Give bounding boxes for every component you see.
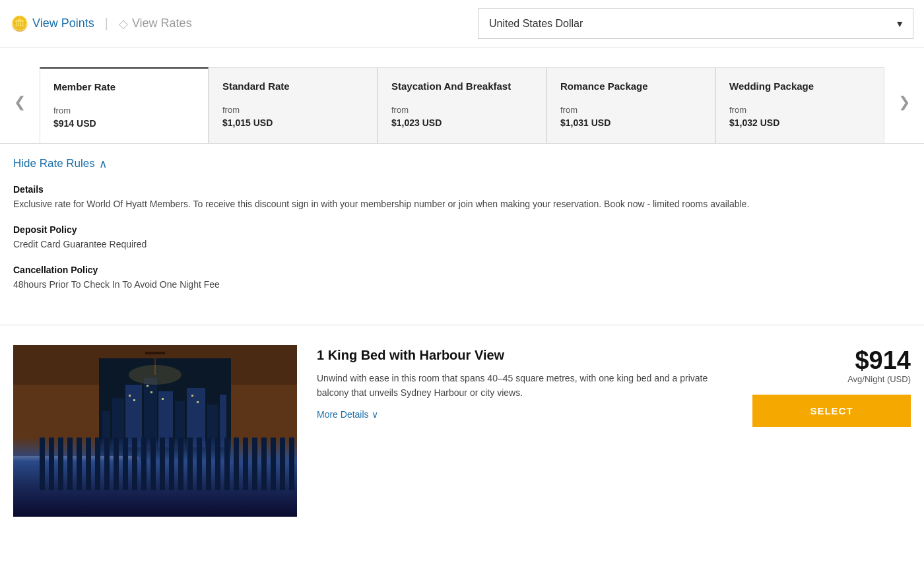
svg-rect-20 (191, 395, 193, 397)
rule-section: Deposit Policy Credit Card Guarantee Req… (13, 224, 911, 251)
rate-tabs: Member Rate from $914 USD Standard Rate … (40, 67, 884, 143)
rate-tabs-container: ❮ Member Rate from $914 USD Standard Rat… (0, 67, 924, 144)
chevron-up-icon: ∧ (99, 157, 107, 171)
rate-tab[interactable]: Romance Package from $1,031 USD (546, 67, 715, 143)
tab-from: from (391, 105, 533, 115)
tab-name: Staycation And Breakfast (391, 80, 533, 93)
tab-name: Member Rate (53, 81, 195, 94)
svg-rect-11 (187, 388, 205, 461)
svg-rect-7 (125, 385, 142, 461)
rate-tab[interactable]: Staycation And Breakfast from $1,023 USD (378, 67, 546, 143)
svg-rect-16 (133, 399, 135, 401)
room-description: Unwind with ease in this room that spans… (317, 371, 733, 401)
hide-rate-rules-label: Hide Rate Rules (13, 157, 95, 170)
tab-price: $1,015 USD (222, 117, 364, 128)
rule-label: Deposit Policy (13, 224, 911, 235)
svg-rect-19 (162, 398, 164, 400)
room-image (13, 345, 297, 517)
more-details-label: More Details (317, 409, 369, 420)
svg-rect-3 (13, 477, 297, 517)
room-price-label: Avg/Night (USD) (847, 374, 911, 384)
view-rates-label: View Rates (132, 16, 192, 30)
prev-rate-arrow[interactable]: ❮ (0, 67, 40, 143)
next-rate-arrow[interactable]: ❯ (884, 67, 924, 143)
room-pricing: $914 Avg/Night (USD) SELECT (752, 345, 911, 427)
tab-from: from (222, 105, 364, 115)
view-rates-link[interactable]: ◇ View Rates (119, 16, 192, 31)
section-divider (0, 325, 924, 325)
hide-rate-rules-link[interactable]: Hide Rate Rules ∧ (13, 157, 107, 171)
more-details-link[interactable]: More Details ∨ (317, 409, 378, 420)
svg-rect-27 (145, 352, 165, 354)
svg-rect-21 (197, 401, 199, 403)
tab-name: Wedding Package (729, 80, 871, 93)
rate-tab[interactable]: Member Rate from $914 USD (40, 67, 209, 143)
svg-rect-31 (241, 477, 290, 484)
svg-rect-9 (158, 391, 173, 461)
tab-price: $914 USD (53, 118, 195, 129)
svg-rect-25 (73, 459, 112, 468)
rate-rules-content: Details Exclusive rate for World Of Hyat… (0, 178, 924, 318)
tab-from: from (560, 105, 702, 115)
svg-rect-10 (175, 401, 185, 461)
svg-rect-5 (102, 411, 110, 461)
room-title: 1 King Bed with Harbour View (317, 348, 733, 363)
tab-from: from (729, 105, 871, 115)
svg-rect-32 (251, 484, 284, 504)
rule-text: Exclusive rate for World Of Hyatt Member… (13, 197, 911, 211)
room-listing: 1 King Bed with Harbour View Unwind with… (0, 332, 924, 530)
svg-rect-17 (147, 385, 148, 387)
svg-rect-26 (145, 471, 165, 490)
tab-price: $1,023 USD (391, 117, 533, 128)
chevron-left-icon: ❮ (14, 94, 26, 111)
rule-text: 48hours Prior To Check In To Avoid One N… (13, 278, 911, 292)
room-price: $914 (855, 348, 911, 373)
rule-label: Details (13, 184, 911, 195)
svg-rect-12 (207, 405, 218, 461)
view-points-link[interactable]: 🪙 View Points (11, 15, 94, 32)
tab-name: Standard Rate (222, 80, 364, 93)
svg-rect-13 (220, 395, 226, 461)
currency-selector[interactable]: United States DollarEuroBritish PoundAus… (478, 8, 913, 39)
chevron-down-icon: ∨ (372, 409, 378, 420)
svg-rect-22 (13, 457, 139, 517)
coins-icon: 🪙 (11, 15, 28, 32)
svg-rect-6 (112, 398, 124, 461)
svg-rect-18 (150, 391, 152, 393)
select-button[interactable]: SELECT (752, 395, 911, 427)
room-info: 1 King Bed with Harbour View Unwind with… (317, 345, 733, 420)
currency-dropdown[interactable]: United States DollarEuroBritish PoundAus… (478, 8, 913, 39)
svg-rect-30 (251, 471, 290, 504)
tag-icon: ◇ (119, 16, 128, 31)
tab-price: $1,031 USD (560, 117, 702, 128)
rule-text: Credit Card Guarantee Required (13, 238, 911, 251)
tab-from: from (53, 106, 195, 115)
tab-name: Romance Package (560, 80, 702, 93)
svg-rect-24 (26, 459, 66, 468)
hide-rate-rules-section: Hide Rate Rules ∧ (0, 144, 924, 178)
rate-tab[interactable]: Standard Rate from $1,015 USD (209, 67, 378, 143)
header-divider: | (105, 16, 108, 31)
header-bar: 🪙 View Points | ◇ View Rates United Stat… (0, 0, 924, 48)
svg-point-29 (129, 365, 182, 385)
svg-rect-15 (129, 395, 131, 397)
svg-rect-14 (99, 447, 231, 464)
tab-price: $1,032 USD (729, 117, 871, 128)
svg-rect-23 (13, 456, 139, 469)
rule-label: Cancellation Policy (13, 265, 911, 275)
room-photo-svg (13, 345, 297, 517)
chevron-right-icon: ❯ (898, 94, 910, 111)
rule-section: Details Exclusive rate for World Of Hyat… (13, 184, 911, 211)
svg-rect-8 (144, 378, 157, 461)
rule-section: Cancellation Policy 48hours Prior To Che… (13, 265, 911, 292)
view-points-label: View Points (32, 16, 94, 30)
rate-tab[interactable]: Wedding Package from $1,032 USD (715, 67, 884, 143)
